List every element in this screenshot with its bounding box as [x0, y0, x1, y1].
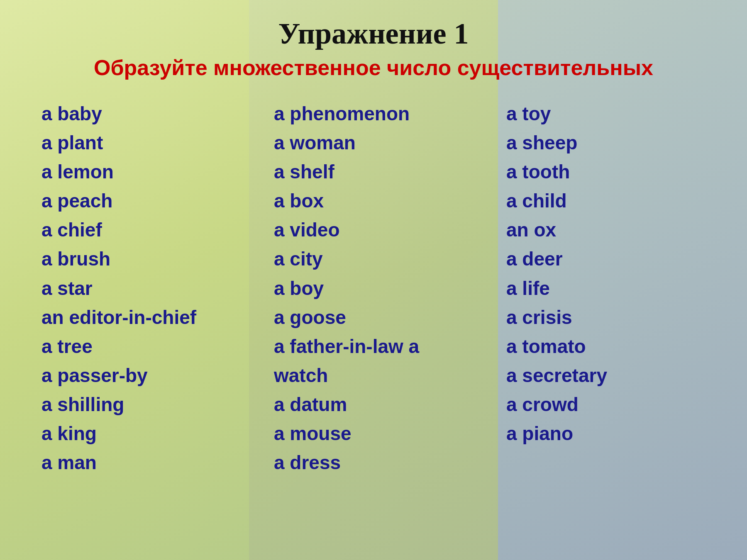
- word-item: a secretary: [506, 363, 706, 388]
- word-item: a goose: [274, 304, 473, 330]
- word-item: a toy: [506, 101, 706, 127]
- word-item: an editor-in-chief: [42, 304, 241, 330]
- word-item: a dress: [274, 450, 473, 475]
- word-item: a tree: [42, 334, 241, 359]
- word-item: a shelf: [274, 159, 473, 185]
- word-item: a man: [42, 450, 241, 475]
- word-item: a child: [506, 188, 706, 214]
- word-item: a woman: [274, 130, 473, 156]
- word-item: a baby: [42, 101, 241, 127]
- word-item: a peach: [42, 188, 241, 214]
- word-item: a father-in-law a: [274, 334, 473, 359]
- page-subtitle: Образуйте множественное число существите…: [94, 55, 653, 80]
- word-item: a life: [506, 275, 706, 301]
- word-item: a star: [42, 275, 241, 301]
- word-item: a piano: [506, 421, 706, 446]
- word-item: a boy: [274, 275, 473, 301]
- word-item: a king: [42, 421, 241, 446]
- word-column-1: a babya planta lemona peacha chiefa brus…: [25, 101, 257, 543]
- word-item: a video: [274, 217, 473, 243]
- word-item: a plant: [42, 130, 241, 156]
- words-container: a babya planta lemona peacha chiefa brus…: [25, 101, 722, 543]
- word-item: a box: [274, 188, 473, 214]
- word-item: a deer: [506, 246, 706, 272]
- word-item: a datum: [274, 392, 473, 417]
- word-item: a passer-by: [42, 363, 241, 388]
- word-item: a crowd: [506, 392, 706, 417]
- content-area: Упражнение 1 Образуйте множественное чис…: [0, 0, 747, 560]
- background: Упражнение 1 Образуйте множественное чис…: [0, 0, 747, 560]
- word-item: a sheep: [506, 130, 706, 156]
- word-item: a crisis: [506, 304, 706, 330]
- word-column-2: a phenomenon a womana shelfa boxa videoa…: [257, 101, 490, 543]
- word-column-3: a toya sheepa tootha childan oxa deera l…: [490, 101, 722, 543]
- word-item: a chief: [42, 217, 241, 243]
- word-item: watch: [274, 363, 473, 388]
- word-item: a shilling: [42, 392, 241, 417]
- word-item: a tooth: [506, 159, 706, 185]
- word-item: a lemon: [42, 159, 241, 185]
- word-item: an ox: [506, 217, 706, 243]
- word-item: a brush: [42, 246, 241, 272]
- word-item: a city: [274, 246, 473, 272]
- page-title: Упражнение 1: [278, 17, 469, 51]
- word-item: a mouse: [274, 421, 473, 446]
- word-item: a tomato: [506, 334, 706, 359]
- word-item: a phenomenon: [274, 101, 473, 127]
